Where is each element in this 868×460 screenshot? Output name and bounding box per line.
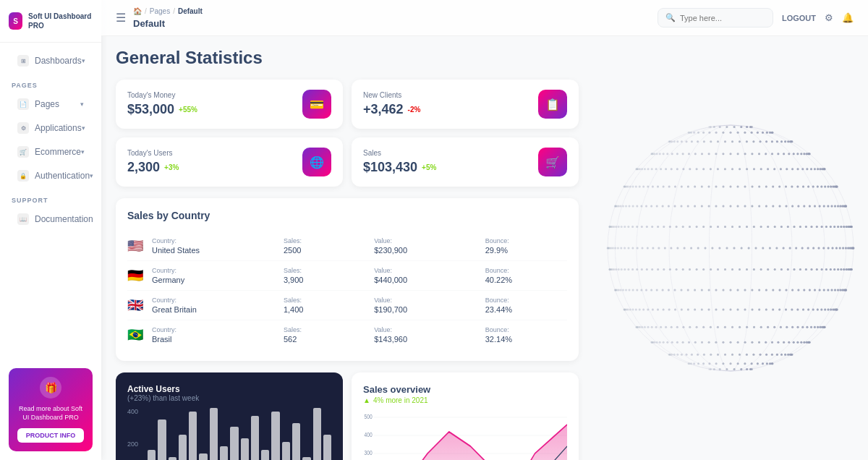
stat-label: New Clients xyxy=(363,91,420,99)
search-input[interactable] xyxy=(680,14,765,22)
stat-value: $53,000 +55% xyxy=(127,102,197,117)
svg-point-642 xyxy=(705,247,707,250)
svg-point-245 xyxy=(702,326,705,328)
table-row: 🇧🇷 Country: Brasil Sales: 562 Value: $14… xyxy=(127,320,567,349)
svg-point-853 xyxy=(737,205,739,207)
svg-point-1095 xyxy=(688,153,690,155)
stat-value: $103,430 +5% xyxy=(363,160,436,175)
svg-point-1166 xyxy=(780,140,783,142)
svg-point-1043 xyxy=(810,168,812,170)
svg-point-747 xyxy=(702,226,705,228)
breadcrumb-pages[interactable]: Pages xyxy=(150,7,170,15)
svg-point-544 xyxy=(760,268,762,271)
breadcrumb-title: Default xyxy=(133,18,203,29)
svg-point-343 xyxy=(765,309,767,311)
svg-point-323 xyxy=(639,309,641,311)
svg-point-1154 xyxy=(703,140,705,142)
svg-point-1161 xyxy=(752,140,754,142)
promo-icon: 🎁 xyxy=(40,377,61,399)
sidebar-item-authentication[interactable]: 🔒 Authentication ▾ xyxy=(6,164,95,187)
svg-point-737 xyxy=(641,226,643,228)
svg-point-845 xyxy=(681,205,683,207)
support-section-label: SUPPORT xyxy=(0,188,101,207)
money-value: $53,000 xyxy=(127,102,174,117)
svg-point-240 xyxy=(671,326,673,328)
svg-point-649 xyxy=(755,247,757,250)
country-flag: 🇬🇧 xyxy=(127,297,143,313)
svg-point-1024 xyxy=(689,168,691,170)
svg-point-831 xyxy=(618,205,620,207)
svg-point-236 xyxy=(651,326,653,328)
svg-point-119 xyxy=(791,354,793,356)
svg-point-548 xyxy=(787,268,789,271)
logout-button[interactable]: LOGOUT xyxy=(782,14,816,22)
svg-point-558 xyxy=(837,268,839,271)
svg-point-849 xyxy=(708,205,710,207)
svg-point-180 xyxy=(788,341,790,344)
svg-point-337 xyxy=(723,309,725,311)
svg-text:500: 500 xyxy=(364,413,373,420)
value-col: Value: $230,900 xyxy=(374,237,477,255)
stat-label: Today's Money xyxy=(127,91,197,99)
svg-point-561 xyxy=(846,268,848,271)
sales-col: Sales: 3,900 xyxy=(284,267,365,284)
svg-point-432 xyxy=(701,289,703,291)
sales-line-chart: 500 400 300 200 100 0 xyxy=(363,410,567,460)
notifications-icon[interactable]: 🔔 xyxy=(842,12,854,23)
brand-name: Soft UI Dashboard PRO xyxy=(28,12,93,30)
svg-point-772 xyxy=(846,226,848,228)
svg-point-176 xyxy=(765,341,767,344)
svg-point-182 xyxy=(796,341,799,344)
svg-point-766 xyxy=(825,226,827,228)
svg-point-534 xyxy=(689,268,691,271)
svg-point-178 xyxy=(777,341,779,344)
settings-icon[interactable]: ⚙ xyxy=(825,12,833,23)
svg-point-556 xyxy=(830,268,832,271)
stat-label: Sales xyxy=(363,149,436,157)
svg-point-451 xyxy=(823,289,825,291)
svg-point-1102 xyxy=(737,153,739,155)
svg-point-1163 xyxy=(765,140,767,142)
svg-point-239 xyxy=(665,326,667,328)
svg-point-646 xyxy=(733,247,736,250)
sidebar-item-ecommerce[interactable]: 🛒 Ecommerce ▾ xyxy=(6,140,95,163)
svg-point-1018 xyxy=(655,168,658,170)
content: General Statistics Today's Money $53,000… xyxy=(101,36,868,460)
svg-point-1026 xyxy=(702,168,705,170)
svg-point-521 xyxy=(621,268,623,271)
chevron-down-icon: ▾ xyxy=(81,148,85,156)
svg-point-625 xyxy=(614,247,616,250)
svg-point-1160 xyxy=(746,140,748,142)
svg-point-327 xyxy=(657,309,659,311)
svg-point-241 xyxy=(676,326,678,328)
svg-point-555 xyxy=(825,268,827,271)
sidebar-item-pages[interactable]: 📄 Pages ▾ xyxy=(6,93,95,116)
svg-point-1100 xyxy=(722,153,724,155)
svg-point-1202 xyxy=(757,132,759,134)
product-info-button[interactable]: PRODUCT INFO xyxy=(17,428,84,443)
svg-point-170 xyxy=(722,341,724,344)
svg-point-265 xyxy=(820,326,822,328)
svg-point-552 xyxy=(811,268,813,271)
sidebar-item-dashboards[interactable]: ⊞ Dashboards ▾ xyxy=(6,49,95,72)
svg-point-939 xyxy=(681,186,683,188)
svg-point-430 xyxy=(687,289,689,291)
sidebar-item-applications[interactable]: ⚙ Applications ▾ xyxy=(6,116,95,140)
svg-point-968 xyxy=(835,186,838,188)
svg-point-1170 xyxy=(791,140,793,142)
svg-point-872 xyxy=(839,205,841,207)
svg-point-751 xyxy=(731,226,733,228)
breadcrumb-home[interactable]: 🏠 xyxy=(133,7,142,15)
hamburger-icon[interactable]: ☰ xyxy=(116,11,126,25)
svg-point-1015 xyxy=(644,168,646,170)
sidebar-item-documentation[interactable]: 📖 Documentation xyxy=(6,208,95,231)
stat-card-sales: Sales $103,430 +5% 🛒 xyxy=(352,137,579,187)
svg-point-250 xyxy=(739,326,741,328)
svg-point-767 xyxy=(830,226,832,228)
svg-point-942 xyxy=(701,186,703,188)
svg-point-1042 xyxy=(806,168,808,170)
svg-point-856 xyxy=(758,205,760,207)
svg-point-172 xyxy=(737,341,739,344)
svg-point-111 xyxy=(760,354,762,356)
svg-point-1030 xyxy=(731,168,733,170)
